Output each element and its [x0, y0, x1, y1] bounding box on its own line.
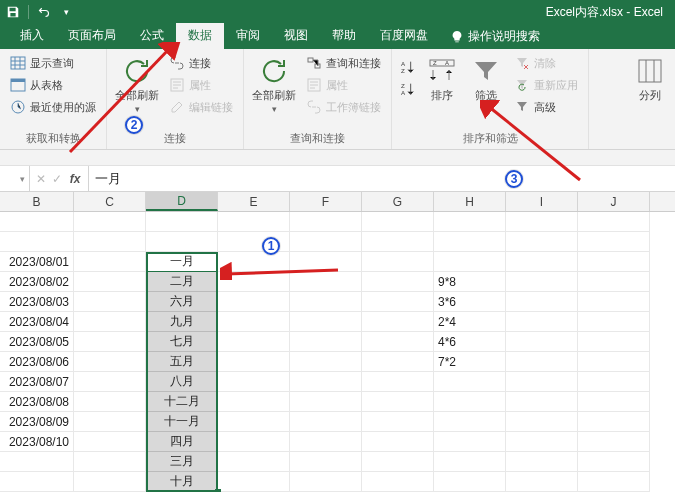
- cell[interactable]: 八月: [146, 372, 218, 392]
- cell[interactable]: [578, 372, 650, 392]
- cell[interactable]: 2*4: [434, 312, 506, 332]
- sort-button[interactable]: ZA 排序: [422, 53, 462, 104]
- cell[interactable]: [362, 392, 434, 412]
- cell[interactable]: 2023/08/07: [0, 372, 74, 392]
- grid-row[interactable]: 2023/08/01一月: [0, 252, 675, 272]
- cell[interactable]: [290, 472, 362, 492]
- tab-formulas[interactable]: 公式: [128, 23, 176, 49]
- cell[interactable]: [362, 332, 434, 352]
- cell[interactable]: [290, 312, 362, 332]
- cell[interactable]: [578, 472, 650, 492]
- cell[interactable]: [578, 392, 650, 412]
- advanced-filter-button[interactable]: 高级: [510, 97, 582, 117]
- grid-row[interactable]: 2023/08/07八月: [0, 372, 675, 392]
- cell[interactable]: [578, 432, 650, 452]
- cell[interactable]: [506, 372, 578, 392]
- cell[interactable]: [218, 272, 290, 292]
- cell[interactable]: 二月: [146, 272, 218, 292]
- cell[interactable]: [434, 372, 506, 392]
- cell[interactable]: [434, 412, 506, 432]
- cell[interactable]: [218, 372, 290, 392]
- cell[interactable]: 2023/08/02: [0, 272, 74, 292]
- cell[interactable]: [218, 332, 290, 352]
- properties-button[interactable]: 属性: [165, 75, 237, 95]
- cell[interactable]: [218, 392, 290, 412]
- cell[interactable]: [0, 472, 74, 492]
- cell[interactable]: [506, 232, 578, 252]
- col-header-G[interactable]: G: [362, 192, 434, 211]
- cell[interactable]: [218, 352, 290, 372]
- cell[interactable]: [218, 452, 290, 472]
- col-header-B[interactable]: B: [0, 192, 74, 211]
- cell[interactable]: 四月: [146, 432, 218, 452]
- properties-2-button[interactable]: 属性: [302, 75, 385, 95]
- cell[interactable]: [74, 252, 146, 272]
- tab-view[interactable]: 视图: [272, 23, 320, 49]
- save-button[interactable]: [4, 3, 22, 21]
- clear-filter-button[interactable]: 清除: [510, 53, 582, 73]
- cell[interactable]: 2023/08/04: [0, 312, 74, 332]
- cell[interactable]: [362, 292, 434, 312]
- grid-row[interactable]: 三月: [0, 452, 675, 472]
- cell[interactable]: [506, 312, 578, 332]
- refresh-all-2-button[interactable]: 全部刷新: [250, 53, 298, 117]
- cell[interactable]: [506, 352, 578, 372]
- cell[interactable]: [362, 472, 434, 492]
- tab-page-layout[interactable]: 页面布局: [56, 23, 128, 49]
- column-headers[interactable]: B C D E F G H I J: [0, 192, 675, 212]
- cell[interactable]: [434, 452, 506, 472]
- cell[interactable]: 4*6: [434, 332, 506, 352]
- formula-input[interactable]: 一月: [89, 166, 675, 191]
- cell[interactable]: [290, 252, 362, 272]
- cell[interactable]: [362, 352, 434, 372]
- cell[interactable]: [290, 392, 362, 412]
- cell[interactable]: [578, 452, 650, 472]
- undo-button[interactable]: [35, 3, 53, 21]
- grid-row[interactable]: [0, 232, 675, 252]
- cell[interactable]: [74, 432, 146, 452]
- cell[interactable]: [290, 212, 362, 232]
- cell[interactable]: 7*2: [434, 352, 506, 372]
- cell[interactable]: [218, 312, 290, 332]
- cell[interactable]: 2023/08/01: [0, 252, 74, 272]
- cell[interactable]: [74, 212, 146, 232]
- tell-me-search[interactable]: 操作说明搜索: [440, 24, 550, 49]
- cell[interactable]: [74, 352, 146, 372]
- cell[interactable]: [290, 332, 362, 352]
- cell[interactable]: [506, 272, 578, 292]
- cell[interactable]: [74, 452, 146, 472]
- show-queries-button[interactable]: 显示查询: [6, 53, 100, 73]
- cell[interactable]: [74, 472, 146, 492]
- cell[interactable]: [290, 292, 362, 312]
- grid-row[interactable]: 十月: [0, 472, 675, 492]
- tab-data[interactable]: 数据: [176, 23, 224, 49]
- col-header-C[interactable]: C: [74, 192, 146, 211]
- grid-row[interactable]: 2023/08/05七月4*6: [0, 332, 675, 352]
- cell[interactable]: [506, 332, 578, 352]
- cell[interactable]: [434, 392, 506, 412]
- cell[interactable]: 2023/08/08: [0, 392, 74, 412]
- col-header-D[interactable]: D: [146, 192, 218, 211]
- col-header-E[interactable]: E: [218, 192, 290, 211]
- cell[interactable]: [506, 452, 578, 472]
- cell[interactable]: [290, 232, 362, 252]
- tab-review[interactable]: 审阅: [224, 23, 272, 49]
- cell[interactable]: 3*6: [434, 292, 506, 312]
- tab-baidu[interactable]: 百度网盘: [368, 23, 440, 49]
- cell[interactable]: [74, 372, 146, 392]
- cell[interactable]: [290, 352, 362, 372]
- cancel-icon[interactable]: ✕: [36, 172, 46, 186]
- cell[interactable]: [578, 312, 650, 332]
- cell[interactable]: 五月: [146, 352, 218, 372]
- cell[interactable]: [434, 432, 506, 452]
- spreadsheet-grid[interactable]: B C D E F G H I J 2023/08/01一月2023/08/02…: [0, 192, 675, 492]
- tab-insert[interactable]: 插入: [8, 23, 56, 49]
- queries-connections-button[interactable]: 查询和连接: [302, 53, 385, 73]
- tab-help[interactable]: 帮助: [320, 23, 368, 49]
- grid-row[interactable]: 2023/08/03六月3*6: [0, 292, 675, 312]
- cell[interactable]: [290, 412, 362, 432]
- sort-desc-button[interactable]: ZA: [398, 81, 418, 97]
- cell[interactable]: 七月: [146, 332, 218, 352]
- cell[interactable]: [290, 272, 362, 292]
- qat-more-button[interactable]: ▾: [57, 3, 75, 21]
